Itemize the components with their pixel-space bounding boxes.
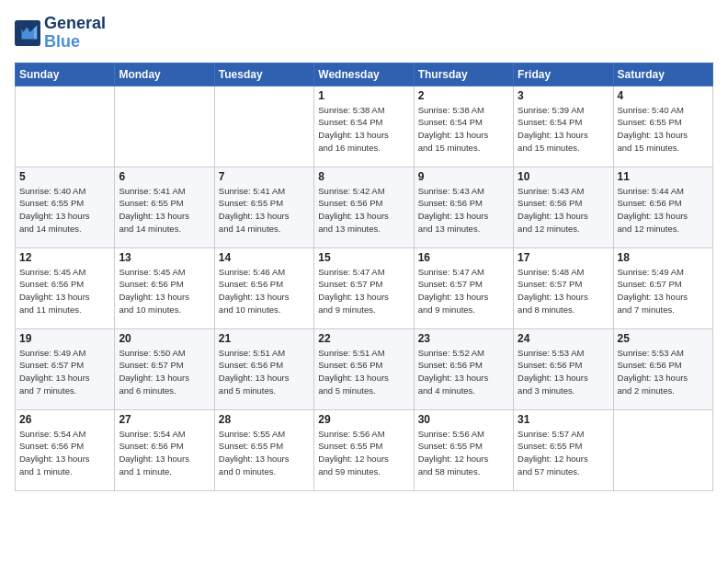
day-info: Sunrise: 5:45 AM Sunset: 6:56 PM Dayligh… <box>119 266 210 316</box>
day-info: Sunrise: 5:49 AM Sunset: 6:57 PM Dayligh… <box>19 347 110 397</box>
day-info: Sunrise: 5:41 AM Sunset: 6:55 PM Dayligh… <box>219 185 310 236</box>
day-number: 17 <box>518 251 609 264</box>
calendar-cell: 16Sunrise: 5:47 AM Sunset: 6:57 PM Dayli… <box>414 247 513 328</box>
calendar-cell: 2Sunrise: 5:38 AM Sunset: 6:54 PM Daylig… <box>414 86 513 167</box>
calendar-table: SundayMondayTuesdayWednesdayThursdayFrid… <box>15 63 713 491</box>
col-header-saturday: Saturday <box>613 63 712 86</box>
calendar-cell: 29Sunrise: 5:56 AM Sunset: 6:55 PM Dayli… <box>314 409 414 490</box>
day-info: Sunrise: 5:56 AM Sunset: 6:55 PM Dayligh… <box>318 428 409 478</box>
col-header-friday: Friday <box>514 63 613 86</box>
day-number: 30 <box>418 413 509 426</box>
calendar-cell: 11Sunrise: 5:44 AM Sunset: 6:56 PM Dayli… <box>613 167 712 247</box>
day-info: Sunrise: 5:49 AM Sunset: 6:57 PM Dayligh… <box>618 266 709 316</box>
day-info: Sunrise: 5:40 AM Sunset: 6:55 PM Dayligh… <box>19 185 110 236</box>
day-number: 9 <box>418 170 509 183</box>
day-number: 2 <box>418 89 509 102</box>
calendar-cell: 14Sunrise: 5:46 AM Sunset: 6:56 PM Dayli… <box>214 247 313 328</box>
day-info: Sunrise: 5:48 AM Sunset: 6:57 PM Dayligh… <box>518 266 609 316</box>
day-info: Sunrise: 5:51 AM Sunset: 6:56 PM Dayligh… <box>219 347 310 397</box>
day-info: Sunrise: 5:43 AM Sunset: 6:56 PM Dayligh… <box>518 185 609 236</box>
day-number: 15 <box>318 251 409 264</box>
col-header-monday: Monday <box>115 63 214 86</box>
day-info: Sunrise: 5:39 AM Sunset: 6:54 PM Dayligh… <box>518 104 609 155</box>
calendar-cell: 17Sunrise: 5:48 AM Sunset: 6:57 PM Dayli… <box>514 247 613 328</box>
calendar-cell: 30Sunrise: 5:56 AM Sunset: 6:55 PM Dayli… <box>414 409 513 490</box>
calendar-cell: 15Sunrise: 5:47 AM Sunset: 6:57 PM Dayli… <box>314 247 414 328</box>
day-info: Sunrise: 5:43 AM Sunset: 6:56 PM Dayligh… <box>418 185 509 236</box>
calendar-cell: 12Sunrise: 5:45 AM Sunset: 6:56 PM Dayli… <box>16 247 115 328</box>
col-header-wednesday: Wednesday <box>314 63 414 86</box>
day-number: 29 <box>318 413 409 426</box>
calendar-cell: 1Sunrise: 5:38 AM Sunset: 6:54 PM Daylig… <box>314 86 414 167</box>
calendar-cell: 23Sunrise: 5:52 AM Sunset: 6:56 PM Dayli… <box>414 328 513 409</box>
day-info: Sunrise: 5:41 AM Sunset: 6:55 PM Dayligh… <box>119 185 210 236</box>
calendar-cell: 5Sunrise: 5:40 AM Sunset: 6:55 PM Daylig… <box>16 167 115 247</box>
calendar-cell: 31Sunrise: 5:57 AM Sunset: 6:55 PM Dayli… <box>514 409 613 490</box>
day-number: 8 <box>318 170 409 183</box>
day-number: 22 <box>318 332 409 345</box>
calendar-cell: 6Sunrise: 5:41 AM Sunset: 6:55 PM Daylig… <box>115 167 214 247</box>
day-info: Sunrise: 5:54 AM Sunset: 6:56 PM Dayligh… <box>19 428 110 478</box>
col-header-thursday: Thursday <box>414 63 513 86</box>
day-info: Sunrise: 5:40 AM Sunset: 6:55 PM Dayligh… <box>618 104 709 155</box>
col-header-tuesday: Tuesday <box>214 63 313 86</box>
calendar-week-1: 1Sunrise: 5:38 AM Sunset: 6:54 PM Daylig… <box>16 86 713 167</box>
calendar-cell: 4Sunrise: 5:40 AM Sunset: 6:55 PM Daylig… <box>613 86 712 167</box>
day-number: 28 <box>219 413 310 426</box>
day-info: Sunrise: 5:38 AM Sunset: 6:54 PM Dayligh… <box>418 104 509 155</box>
day-number: 24 <box>518 332 609 345</box>
day-number: 20 <box>119 332 210 345</box>
calendar-cell: 18Sunrise: 5:49 AM Sunset: 6:57 PM Dayli… <box>613 247 712 328</box>
calendar-cell: 24Sunrise: 5:53 AM Sunset: 6:56 PM Dayli… <box>514 328 613 409</box>
day-number: 18 <box>618 251 709 264</box>
day-number: 6 <box>119 170 210 183</box>
calendar-cell: 25Sunrise: 5:53 AM Sunset: 6:56 PM Dayli… <box>613 328 712 409</box>
day-number: 16 <box>418 251 509 264</box>
calendar-cell: 13Sunrise: 5:45 AM Sunset: 6:56 PM Dayli… <box>115 247 214 328</box>
day-info: Sunrise: 5:53 AM Sunset: 6:56 PM Dayligh… <box>618 347 709 397</box>
calendar-cell <box>214 86 313 167</box>
day-info: Sunrise: 5:53 AM Sunset: 6:56 PM Dayligh… <box>518 347 609 397</box>
day-number: 27 <box>119 413 210 426</box>
day-number: 14 <box>219 251 310 264</box>
calendar-cell: 22Sunrise: 5:51 AM Sunset: 6:56 PM Dayli… <box>314 328 414 409</box>
calendar-cell <box>613 409 712 490</box>
day-number: 31 <box>518 413 609 426</box>
day-info: Sunrise: 5:38 AM Sunset: 6:54 PM Dayligh… <box>318 104 409 155</box>
day-info: Sunrise: 5:44 AM Sunset: 6:56 PM Dayligh… <box>618 185 709 236</box>
calendar-week-5: 26Sunrise: 5:54 AM Sunset: 6:56 PM Dayli… <box>16 409 713 490</box>
day-info: Sunrise: 5:54 AM Sunset: 6:56 PM Dayligh… <box>119 428 210 478</box>
day-info: Sunrise: 5:56 AM Sunset: 6:55 PM Dayligh… <box>418 428 509 478</box>
page-header: General Blue <box>15 15 713 52</box>
calendar-cell: 9Sunrise: 5:43 AM Sunset: 6:56 PM Daylig… <box>414 167 513 247</box>
calendar-week-4: 19Sunrise: 5:49 AM Sunset: 6:57 PM Dayli… <box>16 328 713 409</box>
day-number: 25 <box>618 332 709 345</box>
day-number: 23 <box>418 332 509 345</box>
calendar-cell: 3Sunrise: 5:39 AM Sunset: 6:54 PM Daylig… <box>514 86 613 167</box>
day-number: 3 <box>518 89 609 102</box>
day-info: Sunrise: 5:46 AM Sunset: 6:56 PM Dayligh… <box>219 266 310 316</box>
calendar-cell: 8Sunrise: 5:42 AM Sunset: 6:56 PM Daylig… <box>314 167 414 247</box>
day-number: 10 <box>518 170 609 183</box>
day-info: Sunrise: 5:50 AM Sunset: 6:57 PM Dayligh… <box>119 347 210 397</box>
day-info: Sunrise: 5:55 AM Sunset: 6:55 PM Dayligh… <box>219 428 310 478</box>
calendar-cell: 20Sunrise: 5:50 AM Sunset: 6:57 PM Dayli… <box>115 328 214 409</box>
col-header-sunday: Sunday <box>16 63 115 86</box>
logo: General Blue <box>15 15 106 52</box>
day-info: Sunrise: 5:47 AM Sunset: 6:57 PM Dayligh… <box>318 266 409 316</box>
day-info: Sunrise: 5:57 AM Sunset: 6:55 PM Dayligh… <box>518 428 609 478</box>
day-info: Sunrise: 5:47 AM Sunset: 6:57 PM Dayligh… <box>418 266 509 316</box>
calendar-cell: 27Sunrise: 5:54 AM Sunset: 6:56 PM Dayli… <box>115 409 214 490</box>
day-number: 19 <box>19 332 110 345</box>
calendar-week-2: 5Sunrise: 5:40 AM Sunset: 6:55 PM Daylig… <box>16 167 713 247</box>
day-number: 4 <box>618 89 709 102</box>
day-number: 21 <box>219 332 310 345</box>
day-info: Sunrise: 5:45 AM Sunset: 6:56 PM Dayligh… <box>19 266 110 316</box>
day-number: 26 <box>19 413 110 426</box>
day-number: 1 <box>318 89 409 102</box>
day-number: 11 <box>618 170 709 183</box>
day-number: 12 <box>19 251 110 264</box>
day-number: 7 <box>219 170 310 183</box>
calendar-cell: 10Sunrise: 5:43 AM Sunset: 6:56 PM Dayli… <box>514 167 613 247</box>
calendar-cell: 26Sunrise: 5:54 AM Sunset: 6:56 PM Dayli… <box>16 409 115 490</box>
